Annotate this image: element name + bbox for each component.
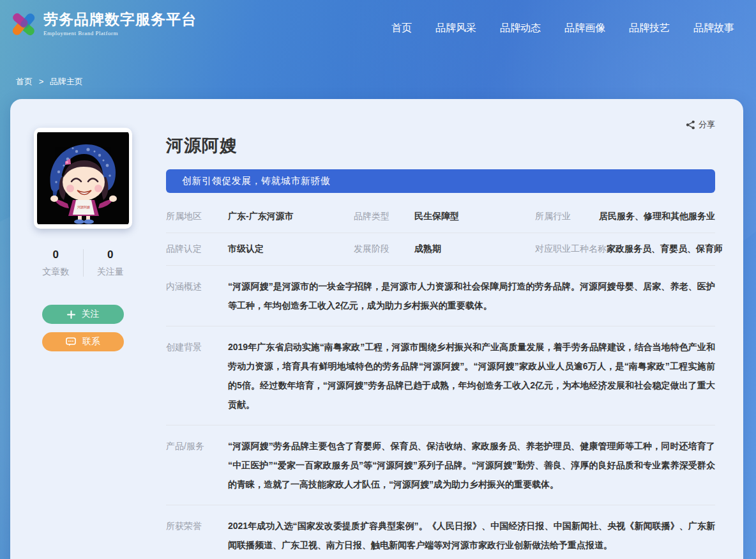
breadcrumb: 首页 > 品牌主页 <box>16 76 83 88</box>
nav-item-brand-story[interactable]: 品牌故事 <box>693 22 734 35</box>
field-brand-type-label: 品牌类型 <box>354 211 414 222</box>
field-brand-type-value: 民生保障型 <box>414 211 459 222</box>
brand-mascot-image: 河源阿嫂 <box>37 131 129 226</box>
field-brand-type: 品牌类型 民生保障型 <box>354 211 535 222</box>
profile-sidebar: 河源阿嫂 0 文章数 0 关注量 关注 <box>10 99 156 559</box>
brand-profile-card: 河源阿嫂 0 文章数 0 关注量 关注 <box>10 99 743 559</box>
breadcrumb-home-link[interactable]: 首页 <box>16 77 33 86</box>
field-region-label: 所属地区 <box>166 211 228 222</box>
header: 劳务品牌数字服务平台 Employment Brand Platform 首页 … <box>0 0 756 57</box>
section-background-label: 创建背景 <box>166 337 228 414</box>
field-certification-label: 品牌认定 <box>166 243 228 255</box>
articles-label: 文章数 <box>29 266 83 278</box>
breadcrumb-current: 品牌主页 <box>50 77 83 86</box>
field-occupations: 对应职业工种名称 家政服务员、育婴员、保育师 <box>535 243 715 255</box>
logo-knot-icon <box>9 10 38 39</box>
section-products-label: 产品/服务 <box>166 436 228 494</box>
contact-button-label: 联系 <box>82 336 100 348</box>
field-dev-stage: 发展阶段 成熟期 <box>354 243 535 255</box>
platform-subtitle: Employment Brand Platform <box>43 30 197 36</box>
field-certification-value: 市级认定 <box>228 243 264 255</box>
brand-slogan-banner: 创新引领促发展，铸就城市新骄傲 <box>166 169 715 193</box>
section-honors-text: 2021年成功入选“国家发改委提质扩容典型案例”。《人民日报》、中国经济日报、中… <box>228 516 715 555</box>
nav-item-brand-portrait[interactable]: 品牌画像 <box>564 22 605 35</box>
followers-label: 关注量 <box>84 266 138 278</box>
section-honors-label: 所获荣誉 <box>166 516 228 555</box>
field-occupations-value: 家政服务员、育婴员、保育师 <box>607 243 723 255</box>
svg-text:河源阿嫂: 河源阿嫂 <box>77 205 90 210</box>
articles-count: 0 <box>29 248 83 262</box>
platform-title: 劳务品牌数字服务平台 <box>43 8 197 30</box>
brand-info-table: 所属地区 广东-广东河源市 品牌类型 民生保障型 所属行业 居民服务、修理和其他… <box>166 201 715 559</box>
info-row-2: 品牌认定 市级认定 发展阶段 成熟期 对应职业工种名称 家政服务员、育婴员、保育… <box>166 233 715 266</box>
stat-articles: 0 文章数 <box>29 248 83 278</box>
profile-stats: 0 文章数 0 关注量 <box>29 248 137 278</box>
section-products-text: “河源阿嫂”劳务品牌主要包含了育婴师、保育员、保洁收纳、家政服务员、养老护理员、… <box>228 436 715 494</box>
logo-text: 劳务品牌数字服务平台 Employment Brand Platform <box>43 8 197 36</box>
field-dev-stage-label: 发展阶段 <box>354 243 414 255</box>
stat-followers: 0 关注量 <box>84 248 138 278</box>
field-dev-stage-value: 成熟期 <box>414 243 441 255</box>
platform-logo[interactable]: 劳务品牌数字服务平台 Employment Brand Platform <box>9 8 197 39</box>
section-connotation-text: “河源阿嫂”是河源市的一块金字招牌，是河源市人力资源和社会保障局打造的劳务品牌。… <box>228 277 715 315</box>
nav-item-brand-news[interactable]: 品牌动态 <box>500 22 541 35</box>
field-industry: 所属行业 居民服务、修理和其他服务业 <box>535 211 715 222</box>
share-label: 分享 <box>699 119 715 130</box>
section-background-text: 2019年广东省启动实施“南粤家政”工程，河源市围绕乡村振兴和产业高质量发展，着… <box>228 337 715 414</box>
breadcrumb-separator: > <box>39 77 44 86</box>
nav-item-brand-style[interactable]: 品牌风采 <box>435 22 476 35</box>
info-row-1: 所属地区 广东-广东河源市 品牌类型 民生保障型 所属行业 居民服务、修理和其他… <box>166 201 715 233</box>
followers-count: 0 <box>84 248 138 262</box>
nav-item-home[interactable]: 首页 <box>391 22 412 35</box>
follow-button-label: 关注 <box>82 309 100 320</box>
chat-icon <box>66 337 76 346</box>
section-background: 创建背景 2019年广东省启动实施“南粤家政”工程，河源市围绕乡村振兴和产业高质… <box>166 326 715 425</box>
nav-item-brand-skill[interactable]: 品牌技艺 <box>629 22 670 35</box>
field-region: 所属地区 广东-广东河源市 <box>166 211 354 222</box>
field-industry-value: 居民服务、修理和其他服务业 <box>599 211 715 222</box>
section-products: 产品/服务 “河源阿嫂”劳务品牌主要包含了育婴师、保育员、保洁收纳、家政服务员、… <box>166 425 715 505</box>
field-certification: 品牌认定 市级认定 <box>166 243 354 255</box>
share-icon <box>686 120 695 130</box>
section-connotation-label: 内涵概述 <box>166 277 228 315</box>
main-nav: 首页 品牌风采 品牌动态 品牌画像 品牌技艺 品牌故事 <box>391 8 734 35</box>
field-industry-label: 所属行业 <box>535 211 571 222</box>
share-button[interactable]: 分享 <box>686 118 715 131</box>
section-honors: 所获荣誉 2021年成功入选“国家发改委提质扩容典型案例”。《人民日报》、中国经… <box>166 505 715 559</box>
contact-button[interactable]: 联系 <box>42 332 124 351</box>
section-connotation: 内涵概述 “河源阿嫂”是河源市的一块金字招牌，是河源市人力资源和社会保障局打造的… <box>166 266 715 326</box>
share-row: 分享 <box>166 118 715 131</box>
brand-name-title: 河源阿嫂 <box>166 134 715 157</box>
field-occupations-label: 对应职业工种名称 <box>535 243 607 255</box>
brand-detail-panel: 分享 河源阿嫂 创新引领促发展，铸就城市新骄傲 所属地区 广东-广东河源市 品牌… <box>156 99 743 559</box>
brand-avatar: 河源阿嫂 <box>34 128 132 229</box>
follow-button[interactable]: 关注 <box>42 305 124 324</box>
field-region-value: 广东-广东河源市 <box>228 211 294 222</box>
plus-icon <box>67 310 75 319</box>
